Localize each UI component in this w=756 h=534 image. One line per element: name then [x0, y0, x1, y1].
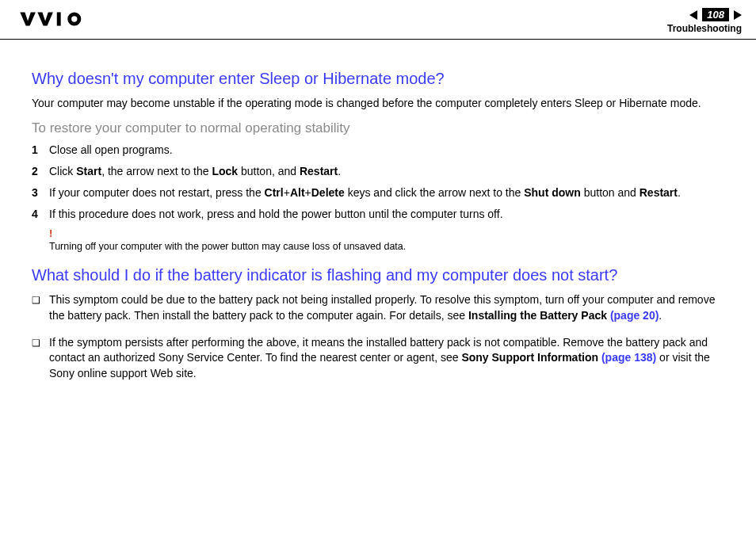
page-nav: 108	[689, 8, 742, 21]
next-page-arrow-icon[interactable]	[734, 10, 742, 20]
question-1-intro: Your computer may become unstable if the…	[32, 96, 724, 111]
section-label: Troubleshooting	[667, 23, 742, 34]
step-number: 4	[32, 207, 49, 222]
bullet-text: This symptom could be due to the battery…	[49, 292, 724, 323]
step-2: 2 Click Start, the arrow next to the Loc…	[32, 164, 724, 179]
question-1-title: Why doesn't my computer enter Sleep or H…	[32, 70, 724, 88]
list-item: ❑ If the symptom persists after performi…	[32, 335, 724, 382]
question-2-title: What should I do if the battery indicato…	[32, 266, 724, 284]
step-4: 4 If this procedure does not work, press…	[32, 207, 724, 222]
page-link[interactable]: (page 138)	[601, 351, 656, 364]
page-link[interactable]: (page 20)	[610, 309, 659, 322]
step-number: 1	[32, 143, 49, 158]
warning-icon: !	[49, 227, 724, 239]
step-number: 2	[32, 164, 49, 179]
step-text: Close all open programs.	[49, 143, 724, 158]
step-text: If this procedure does not work, press a…	[49, 207, 724, 222]
step-text: Click Start, the arrow next to the Lock …	[49, 164, 724, 179]
step-1: 1 Close all open programs.	[32, 143, 724, 158]
bullet-icon: ❑	[32, 335, 49, 350]
page-header: 108 Troubleshooting	[0, 0, 756, 40]
prev-page-arrow-icon[interactable]	[689, 10, 697, 20]
warning-note: ! Turning off your computer with the pow…	[49, 227, 724, 252]
step-text: If your computer does not restart, press…	[49, 185, 724, 200]
bullet-icon: ❑	[32, 292, 49, 307]
page-number: 108	[702, 8, 729, 21]
restore-steps: 1 Close all open programs. 2 Click Start…	[32, 143, 724, 222]
vaio-logo	[14, 8, 101, 30]
step-3: 3 If your computer does not restart, pre…	[32, 185, 724, 200]
bullet-text: If the symptom persists after performing…	[49, 335, 724, 382]
warning-text: Turning off your computer with the power…	[49, 241, 724, 252]
svg-rect-0	[57, 12, 61, 25]
list-item: ❑ This symptom could be due to the batte…	[32, 292, 724, 323]
content: Why doesn't my computer enter Sleep or H…	[0, 40, 756, 381]
step-number: 3	[32, 185, 49, 200]
question-1-subhead: To restore your computer to normal opera…	[32, 120, 724, 136]
answer-bullets: ❑ This symptom could be due to the batte…	[32, 292, 724, 381]
